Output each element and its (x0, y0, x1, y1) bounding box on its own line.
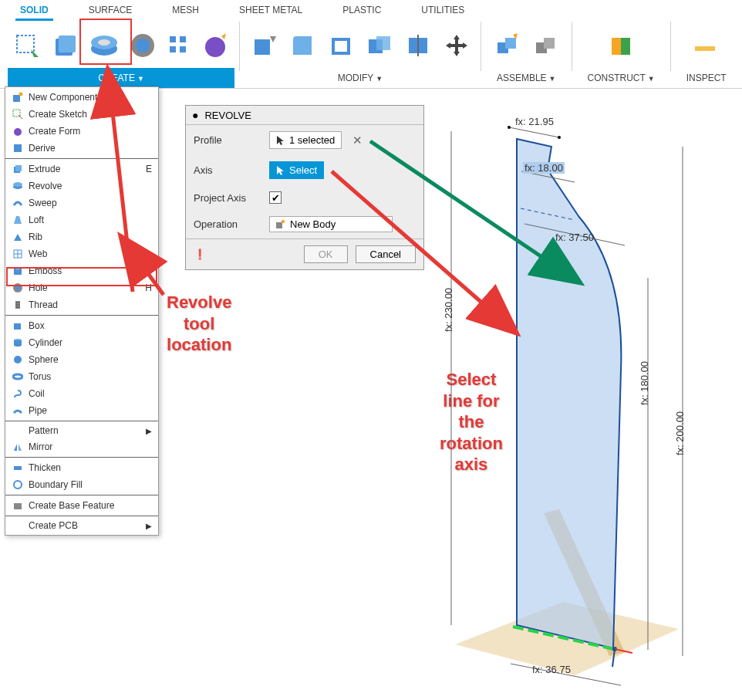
create-sketch-icon[interactable] (9, 28, 45, 63)
menu-create-pcb[interactable]: Create PCB▶ (5, 518, 158, 533)
annotation-highlight-toolbar (79, 19, 132, 65)
combine-icon[interactable] (362, 28, 397, 63)
svg-rect-2 (59, 36, 76, 52)
menu-create-base[interactable]: Create Base Feature (5, 497, 158, 514)
inspect-group-label[interactable]: INSPECT (676, 68, 734, 88)
assemble-icon-1[interactable] (489, 28, 524, 63)
svg-rect-53 (14, 466, 22, 470)
axis-selection[interactable]: Select (269, 161, 324, 179)
tab-utilities[interactable]: UTILITIES (417, 2, 469, 21)
operation-label: Operation (194, 218, 263, 230)
menu-derive[interactable]: Derive (5, 140, 158, 157)
svg-point-35 (13, 182, 22, 187)
svg-rect-8 (170, 36, 176, 42)
menu-new-component[interactable]: New Component (5, 89, 158, 106)
menu-boundary-fill[interactable]: Boundary Fill (5, 476, 158, 493)
fillet-icon[interactable] (285, 28, 320, 63)
cancel-button[interactable]: Cancel (356, 245, 416, 263)
menu-revolve[interactable]: Revolve (5, 178, 158, 194)
menu-web[interactable]: Web (5, 245, 158, 262)
tab-sheet-metal[interactable]: SHEET METAL (234, 2, 307, 21)
annotation-highlight-menu (6, 267, 157, 286)
project-axis-checkbox[interactable]: ✔ (269, 191, 282, 204)
tab-mesh[interactable]: MESH (167, 2, 204, 21)
dim-height-180: fx: 180.00 (639, 361, 650, 405)
menu-sphere[interactable]: Sphere (5, 351, 158, 368)
thicken-icon (12, 462, 24, 474)
operation-select[interactable]: New Body (269, 216, 393, 232)
profile-selection[interactable]: 1 selected (269, 131, 342, 149)
mirror-icon (12, 441, 24, 453)
svg-rect-11 (180, 46, 186, 52)
svg-rect-9 (180, 36, 186, 42)
construct-plane-icon[interactable] (603, 28, 639, 63)
menu-torus[interactable]: Torus (5, 368, 158, 385)
menu-cylinder[interactable]: Cylinder (5, 334, 158, 351)
group-construct: CONSTRUCT▼ (576, 26, 665, 88)
construct-group-label[interactable]: CONSTRUCT▼ (576, 68, 665, 88)
inspect-icon[interactable] (690, 32, 720, 63)
menu-pattern[interactable]: Pattern▶ (5, 423, 158, 438)
press-pull-icon[interactable] (246, 28, 282, 63)
extrude-icon[interactable] (48, 28, 83, 63)
svg-rect-47 (14, 323, 21, 330)
dim-neck: fx: 18.00 (523, 162, 565, 174)
menu-loft[interactable]: Loft (5, 211, 158, 228)
move-icon[interactable] (439, 28, 474, 63)
form-icon[interactable] (197, 28, 233, 63)
group-inspect: INSPECT (676, 31, 734, 88)
create-dropdown-menu: New Component Create Sketch Create Form … (5, 86, 159, 536)
svg-point-12 (205, 37, 225, 57)
svg-point-52 (13, 374, 22, 379)
menu-thicken[interactable]: Thicken (5, 459, 158, 476)
menu-coil[interactable]: Coil (5, 385, 158, 402)
loft-icon (12, 214, 24, 226)
menu-thread[interactable]: Thread (5, 296, 158, 313)
shell-icon[interactable] (323, 28, 359, 63)
menu-create-sketch[interactable]: Create Sketch (5, 106, 158, 123)
sweep-icon (12, 197, 24, 209)
svg-rect-0 (17, 36, 34, 52)
assemble-icon-2[interactable] (528, 28, 563, 63)
dim-base: fx: 36.75 (532, 664, 571, 675)
clear-profile-icon[interactable]: ✕ (352, 134, 363, 147)
collapse-icon[interactable]: ● (192, 109, 198, 121)
cursor-icon (276, 165, 285, 176)
tab-plastic[interactable]: PLASTIC (338, 2, 386, 21)
tab-solid[interactable]: SOLID (15, 2, 53, 21)
svg-point-57 (282, 219, 285, 222)
pattern-icon[interactable] (164, 30, 194, 61)
profile-label: Profile (194, 134, 263, 146)
svg-rect-10 (170, 46, 176, 52)
menu-pipe[interactable]: Pipe (5, 402, 158, 419)
info-icon[interactable]: ❗ (194, 249, 206, 260)
sketch-viewport[interactable]: fx: 21.95 fx: 18.00 fx: 37.50 fx: 230.00… (424, 100, 733, 687)
sphere-icon (12, 353, 24, 366)
project-axis-label: Project Axis (194, 192, 263, 204)
svg-point-54 (14, 481, 22, 489)
cursor-icon (276, 135, 285, 146)
rib-icon (12, 231, 24, 243)
svg-line-62 (509, 127, 559, 137)
thread-icon (12, 299, 24, 311)
create-sketch-icon (12, 108, 24, 120)
create-group-label[interactable]: CREATE▼ (8, 68, 234, 88)
menu-create-form[interactable]: Create Form (5, 123, 158, 140)
dim-height-230: fx: 230.00 (443, 288, 454, 332)
menu-box[interactable]: Box (5, 317, 158, 334)
split-icon[interactable] (400, 28, 436, 63)
modify-group-label[interactable]: MODIFY▼ (245, 68, 476, 88)
menu-rib[interactable]: Rib (5, 228, 158, 245)
ok-button[interactable]: OK (304, 245, 348, 263)
menu-sweep[interactable]: Sweep (5, 194, 158, 211)
web-icon (12, 248, 24, 260)
extrude-menu-icon (12, 163, 24, 175)
svg-rect-33 (15, 165, 22, 171)
create-base-icon (12, 499, 24, 512)
svg-point-28 (19, 93, 23, 96)
menu-mirror[interactable]: Mirror (5, 438, 158, 455)
menu-extrude[interactable]: ExtrudeE (5, 161, 158, 178)
revolve-menu-icon (12, 180, 24, 192)
assemble-group-label[interactable]: ASSEMBLE▼ (486, 68, 567, 88)
group-assemble: ASSEMBLE▼ (486, 26, 567, 88)
